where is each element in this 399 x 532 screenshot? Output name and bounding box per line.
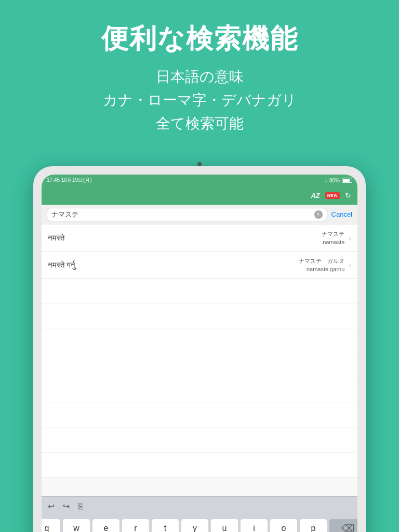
key-backspace[interactable]: ⌫ xyxy=(329,519,357,532)
search-bar: ナマステ × Cancel xyxy=(42,205,357,224)
result-content-1: नमस्ते ナマステ namaste xyxy=(48,230,344,245)
status-date: 10月19日(月) xyxy=(61,177,92,183)
subtitle-line1: 日本語の意味 xyxy=(156,69,244,85)
empty-row-7 xyxy=(42,428,357,453)
keyboard-row-1: q w e r t y u i o p ⌫ xyxy=(44,519,355,532)
status-time: 17:45 xyxy=(47,177,60,183)
battery-percent: 80% xyxy=(329,178,340,183)
refresh-button[interactable]: ↻ xyxy=(345,191,351,200)
keyboard-toolbar: ↩ ↪ ⎘ xyxy=(42,496,357,516)
subtitle-line3: 全て検索可能 xyxy=(156,115,244,131)
redo-button[interactable]: ↪ xyxy=(63,501,70,511)
subtitle-line2: カナ・ローマ字・デバナガリ xyxy=(103,92,297,108)
key-w[interactable]: w xyxy=(63,519,90,532)
clipboard-button[interactable]: ⎘ xyxy=(78,502,83,511)
keyboard: q w e r t y u i o p ⌫ xyxy=(42,516,357,532)
undo-button[interactable]: ↩ xyxy=(48,501,55,511)
battery-icon xyxy=(342,178,352,183)
empty-row-1 xyxy=(42,278,357,303)
empty-row-3 xyxy=(42,328,357,353)
clear-search-button[interactable]: × xyxy=(314,210,323,219)
tablet-screen: 17:45 10月19日(月) ≈ 80% AZ NEW ↻ ナマステ × Ca xyxy=(42,175,357,532)
header-section: 便利な検索機能 日本語の意味 カナ・ローマ字・デバナガリ 全て検索可能 xyxy=(0,0,399,151)
result-item-2[interactable]: नमस्ते गर्नु ナマステ ガルヌ namaste garnu › xyxy=(42,251,357,278)
tablet-frame: 17:45 10月19日(月) ≈ 80% AZ NEW ↻ ナマステ × Ca xyxy=(33,166,366,532)
chevron-right-icon-2: › xyxy=(349,261,351,269)
search-input[interactable]: ナマステ xyxy=(51,210,311,219)
cancel-search-button[interactable]: Cancel xyxy=(331,210,352,218)
key-e[interactable]: e xyxy=(92,519,119,532)
camera-dot xyxy=(197,162,202,166)
result-kana-1: ナマステ xyxy=(322,230,344,238)
header-subtitle: 日本語の意味 カナ・ローマ字・デバナガリ 全て検索可能 xyxy=(10,65,389,135)
result-romaji-2: namaste garnu xyxy=(299,266,344,272)
result-content-2: नमस्ते गर्नु ナマステ ガルヌ namaste garnu xyxy=(48,257,344,272)
status-bar: 17:45 10月19日(月) ≈ 80% xyxy=(42,175,357,186)
wifi-icon: ≈ xyxy=(324,178,327,183)
result-devanagari-1: नमस्ते xyxy=(48,233,64,243)
key-p[interactable]: p xyxy=(300,519,327,532)
nav-bar: AZ NEW ↻ xyxy=(42,186,357,205)
key-y[interactable]: y xyxy=(181,519,208,532)
empty-row-4 xyxy=(42,353,357,378)
key-r[interactable]: r xyxy=(122,519,149,532)
result-romaji-1: namaste xyxy=(322,239,344,245)
az-sort-button[interactable]: AZ xyxy=(311,192,320,200)
result-right-2: ナマステ ガルヌ namaste garnu xyxy=(299,257,344,272)
status-right: ≈ 80% xyxy=(324,178,352,183)
key-i[interactable]: i xyxy=(241,519,268,532)
key-u[interactable]: u xyxy=(211,519,238,532)
result-devanagari-2: नमस्ते गर्नु xyxy=(48,260,75,270)
empty-row-8 xyxy=(42,453,357,478)
key-q[interactable]: q xyxy=(42,519,60,532)
new-badge[interactable]: NEW xyxy=(325,192,340,199)
search-input-area[interactable]: ナマステ × xyxy=(47,208,327,221)
chevron-right-icon-1: › xyxy=(349,234,351,242)
empty-row-2 xyxy=(42,303,357,328)
results-list: नमस्ते ナマステ namaste › नमस्ते गर्नु ナマステ … xyxy=(42,224,357,496)
result-kana-2: ナマステ ガルヌ xyxy=(299,257,344,265)
status-time-date: 17:45 10月19日(月) xyxy=(47,177,92,184)
empty-row-5 xyxy=(42,378,357,403)
key-o[interactable]: o xyxy=(270,519,297,532)
header-title: 便利な検索機能 xyxy=(10,21,389,57)
empty-row-6 xyxy=(42,403,357,428)
result-item-1[interactable]: नमस्ते ナマステ namaste › xyxy=(42,224,357,251)
battery-fill xyxy=(343,179,350,182)
result-right-1: ナマステ namaste xyxy=(322,230,344,245)
key-t[interactable]: t xyxy=(152,519,179,532)
